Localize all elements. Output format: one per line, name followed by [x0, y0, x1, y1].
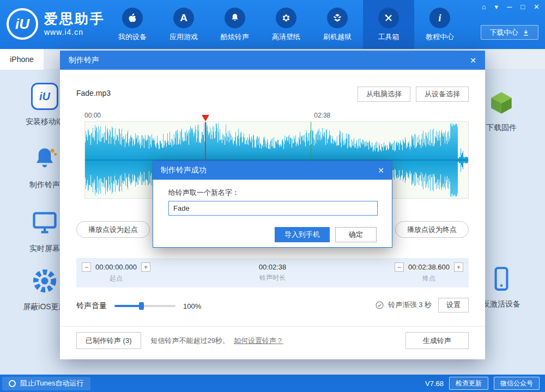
set-start-point-button[interactable]: 播放点设为起点 [76, 221, 150, 238]
volume-slider[interactable] [114, 305, 175, 307]
made-ringtones-button[interactable]: 已制作铃声 (3) [76, 332, 141, 349]
nav-my-devices[interactable]: 我的设备 [107, 0, 158, 49]
start-plus-button[interactable]: + [141, 262, 150, 272]
volume-label: 铃声音量 [76, 301, 107, 311]
minimize-icon[interactable]: ─ [507, 3, 512, 11]
tool-label: 下载固件 [486, 123, 517, 133]
nav-label: 应用游戏 [169, 32, 198, 42]
ringtone-dialog-titlebar: 制作铃声 ✕ [60, 51, 485, 70]
close-icon[interactable]: ✕ [470, 57, 476, 64]
duration-group: 00:02:38 铃声时长 [259, 263, 287, 283]
check-circle-icon[interactable] [375, 301, 384, 310]
volume-slider-fill [114, 305, 141, 307]
version-label: V7.68 [425, 379, 444, 388]
wave-end-label: 02:38 [314, 112, 330, 119]
block-itunes-toggle[interactable]: 阻止iTunes自动运行 [2, 377, 90, 390]
end-minus-button[interactable]: − [395, 262, 404, 272]
close-icon[interactable]: ✕ [378, 167, 384, 174]
volume-slider-handle[interactable] [139, 302, 144, 310]
choose-from-pc-button[interactable]: 从电脑选择 [358, 87, 410, 102]
start-time-group: − 00:00:00.000 + 起点 [82, 262, 150, 283]
fade-in-label: 铃声渐强 3 秒 [389, 300, 432, 310]
nav-ringtones[interactable]: 酷炫铃声 [209, 0, 261, 49]
volume-value: 100% [183, 302, 201, 310]
jailbreak-box-icon [327, 8, 348, 28]
nav-label: 高清壁纸 [272, 32, 300, 42]
choose-from-device-button[interactable]: 从设备选择 [416, 87, 469, 102]
nav-wallpapers[interactable]: 高清壁纸 [261, 0, 312, 49]
end-time-group: − 00:02:38.600 + 终点 [395, 262, 463, 283]
current-filename: Fade.mp3 [76, 89, 111, 97]
time-settings-row: − 00:00:00.000 + 起点 00:02:38 铃声时长 − 00:0… [76, 258, 469, 287]
skin-icon[interactable]: ▾ [494, 3, 498, 11]
main-nav: 我的设备 A 应用游戏 酷炫铃声 高清壁纸 [107, 0, 465, 49]
tool-label: 制作铃声 [29, 180, 60, 190]
wechat-account-button[interactable]: 微信公众号 [494, 377, 540, 390]
info-icon: i [429, 8, 450, 28]
tool-label: 实时屏幕 [29, 244, 60, 254]
fade-settings-button[interactable]: 设置 [438, 298, 469, 313]
volume-row: 铃声音量 100% [76, 298, 201, 314]
ringtone-success-dialog: 制作铃声成功 ✕ 给铃声取一个新名字： 导入到手机 确定 [153, 161, 392, 248]
set-end-point-button[interactable]: 播放点设为终点 [395, 221, 469, 238]
tool-label: 安装移动端 [26, 117, 64, 127]
bottom-action-row: 已制作铃声 (3) 短信铃声不能超过29秒。 如何设置铃声？ 生成铃声 [76, 332, 469, 349]
maximize-icon[interactable]: □ [520, 3, 525, 11]
app-url: www.i4.cn [44, 28, 105, 36]
firmware-cube-icon [488, 89, 515, 116]
success-dialog-titlebar: 制作铃声成功 ✕ [153, 161, 392, 180]
nav-toolbox[interactable]: 工具箱 [363, 0, 414, 49]
duration-value: 00:02:38 [259, 263, 287, 271]
wallpaper-icon [276, 8, 296, 28]
generate-ringtone-button[interactable]: 生成铃声 [405, 332, 469, 349]
start-minus-button[interactable]: − [82, 262, 91, 272]
tool-label: 反激活设备 [482, 299, 520, 309]
close-icon[interactable]: ✕ [534, 3, 540, 11]
appstore-icon: A [173, 8, 194, 28]
playhead-marker[interactable] [202, 115, 209, 125]
how-to-set-ringtone-link[interactable]: 如何设置铃声？ [234, 336, 283, 346]
app-title: 爱思助手 [44, 11, 105, 27]
nav-label: 工具箱 [378, 32, 399, 42]
ringtone-bell-icon [31, 145, 59, 173]
download-center-button[interactable]: 下载中心 [481, 25, 538, 40]
end-plus-button[interactable]: + [454, 262, 463, 272]
bell-icon [225, 8, 245, 28]
radio-icon [9, 380, 16, 387]
home-icon[interactable]: ⌂ [482, 3, 486, 11]
app-window: iU 爱思助手 www.i4.cn 我的设备 A 应用游戏 酷炫铃声 [0, 0, 545, 392]
rename-prompt: 给铃声取一个新名字： [168, 188, 239, 198]
app-logo: iU 爱思助手 www.i4.cn [7, 8, 105, 40]
ringtone-name-input[interactable] [168, 201, 378, 216]
nav-label: 我的设备 [118, 32, 147, 42]
divider [60, 326, 485, 327]
duration-label: 铃声时长 [259, 273, 286, 283]
monitor-icon [31, 209, 59, 237]
status-bar: 阻止iTunes自动运行 V7.68 检查更新 微信公众号 [0, 375, 545, 392]
success-dialog-title: 制作铃声成功 [161, 166, 207, 175]
wave-start-label: 00:00 [84, 112, 101, 119]
logo-icon: iU [7, 8, 38, 40]
nav-label: 酷炫铃声 [221, 32, 249, 42]
gear-icon [31, 267, 59, 295]
block-itunes-label: 阻止iTunes自动运行 [20, 378, 84, 388]
nav-label: 刷机越狱 [323, 32, 352, 42]
window-controls: ⌂ ▾ ─ □ ✕ [482, 3, 540, 11]
header-bar: iU 爱思助手 www.i4.cn 我的设备 A 应用游戏 酷炫铃声 [0, 0, 545, 49]
nav-apps-games[interactable]: A 应用游戏 [158, 0, 209, 49]
sms-limit-hint: 短信铃声不能超过29秒。 [151, 336, 229, 346]
download-center-label: 下载中心 [490, 28, 518, 38]
start-time-label: 起点 [110, 274, 123, 283]
install-mobile-icon: iU [31, 83, 58, 110]
nav-jailbreak[interactable]: 刷机越狱 [312, 0, 363, 49]
download-icon [522, 29, 530, 36]
phone-icon [488, 265, 515, 292]
ok-button[interactable]: 确定 [335, 227, 377, 242]
import-to-phone-button[interactable]: 导入到手机 [275, 227, 330, 242]
start-time-value: 00:00:00.000 [95, 263, 137, 271]
check-update-button[interactable]: 检查更新 [449, 377, 488, 390]
nav-tutorials[interactable]: i 教程中心 [414, 0, 465, 49]
toolbox-icon [378, 8, 399, 28]
tab-iphone[interactable]: iPhone [0, 49, 44, 70]
end-time-label: 终点 [422, 274, 435, 283]
